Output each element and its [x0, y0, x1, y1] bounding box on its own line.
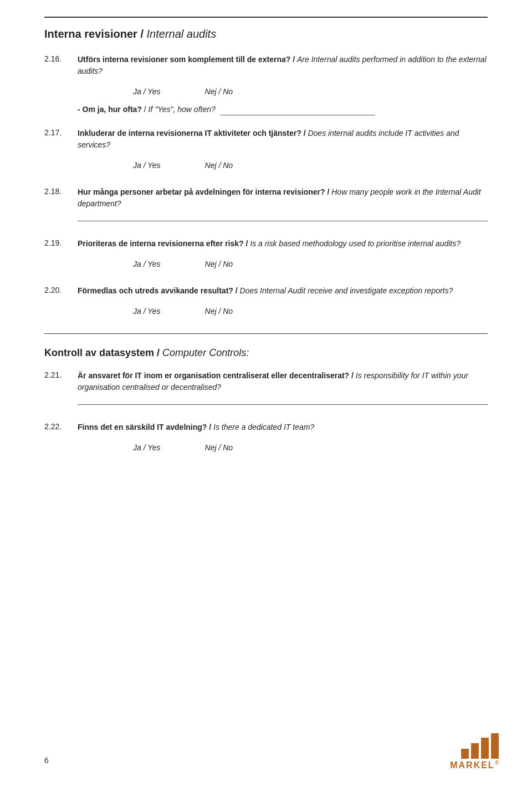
section-title-sep: / — [140, 28, 146, 40]
q218-bold: Hur många personer arbetar på avdelninge… — [78, 187, 325, 196]
section-title: Interna revisioner / Internal audits — [44, 28, 488, 40]
question-content-2-17: Inkluderar de interna revisionerna IT ak… — [78, 128, 488, 174]
no-label-2-22: Nej / No — [205, 443, 233, 452]
sub-q216-sep: / — [144, 105, 149, 114]
subsection-title-sep: / — [157, 347, 162, 358]
yes-no-row-2-22: Ja / Yes Nej / No — [78, 443, 488, 452]
q219-italic: Is a risk based methodology used to prio… — [250, 239, 461, 248]
markel-bars — [461, 733, 499, 759]
yes-no-row-2-20: Ja / Yes Nej / No — [78, 307, 488, 316]
section-title-italic: Internal audits — [147, 28, 217, 40]
no-label-2-17: Nej / No — [205, 161, 233, 170]
no-label-2-20: Nej / No — [205, 307, 233, 316]
answer-line-2-18 — [78, 221, 488, 221]
question-2-21: 2.21. Är ansvaret för IT inom er organis… — [44, 370, 488, 409]
q222-bold: Finns det en särskild IT avdelning? — [78, 423, 207, 431]
q222-sep: / — [209, 423, 213, 431]
q220-italic: Does Internal Audit receive and investig… — [240, 286, 453, 295]
question-content-2-18: Hur många personer arbetar på avdelninge… — [78, 186, 488, 226]
subsection-title-italic: Computer Controls: — [162, 347, 249, 358]
no-label-2-16: Nej / No — [205, 87, 233, 96]
yes-no-row-2-16: Ja / Yes Nej / No — [78, 87, 488, 96]
markel-text: MARKEL — [450, 760, 494, 770]
q219-bold: Prioriteras de interna revisionerna efte… — [78, 239, 244, 248]
yes-label-2-22: Ja / Yes — [133, 443, 161, 452]
yes-label-2-17: Ja / Yes — [133, 161, 161, 170]
question-content-2-16: Utförs interna revisioner som komplement… — [78, 54, 488, 115]
q216-sep: / — [293, 55, 297, 64]
page-number: 6 — [44, 756, 49, 765]
markel-wordmark: MARKEL® — [450, 760, 499, 770]
markel-logo: MARKEL® — [450, 733, 499, 770]
question-text-2-17: Inkluderar de interna revisionerna IT ak… — [78, 128, 488, 151]
question-content-2-19: Prioriteras de interna revisionerna efte… — [78, 238, 488, 273]
question-text-2-16: Utförs interna revisioner som komplement… — [78, 54, 488, 77]
question-content-2-22: Finns det en särskild IT avdelning? / Is… — [78, 422, 488, 456]
q220-sep: / — [236, 286, 240, 295]
question-number-2-20: 2.20. — [44, 285, 78, 320]
no-label-2-19: Nej / No — [205, 260, 233, 268]
q217-bold: Inkluderar de interna revisionerna IT ak… — [78, 129, 301, 138]
question-number-2-21: 2.21. — [44, 370, 78, 409]
question-2-19: 2.19. Prioriteras de interna revisionern… — [44, 238, 488, 273]
sub-question-2-16: - Om ja, hur ofta? / If "Yes", how often… — [78, 104, 488, 115]
yes-no-row-2-17: Ja / Yes Nej / No — [78, 161, 488, 170]
question-number-2-17: 2.17. — [44, 128, 78, 174]
question-text-2-19: Prioriteras de interna revisionerna efte… — [78, 238, 488, 250]
sub-q216-italic: If "Yes", how often? — [149, 105, 216, 114]
subsection-title: Kontroll av datasystem / Computer Contro… — [44, 347, 488, 359]
bar-2 — [471, 743, 479, 759]
question-content-2-20: Förmedlas och utreds avvikande resultat?… — [78, 285, 488, 320]
question-text-2-20: Förmedlas och utreds avvikande resultat?… — [78, 285, 488, 297]
question-text-2-18: Hur många personer arbetar på avdelninge… — [78, 186, 488, 210]
section-title-bold: Interna revisioner — [44, 28, 137, 40]
question-number-2-22: 2.22. — [44, 422, 78, 456]
q216-bold: Utförs interna revisioner som komplement… — [78, 55, 290, 64]
question-2-18: 2.18. Hur många personer arbetar på avde… — [44, 186, 488, 226]
question-2-22: 2.22. Finns det en särskild IT avdelning… — [44, 422, 488, 456]
q221-sep: / — [351, 371, 356, 380]
question-number-2-16: 2.16. — [44, 54, 78, 115]
bar-1 — [461, 749, 469, 759]
question-content-2-21: Är ansvaret för IT inom er organisation … — [78, 370, 488, 409]
answer-line-2-21 — [78, 404, 488, 405]
question-number-2-19: 2.19. — [44, 238, 78, 273]
bar-4 — [491, 733, 499, 759]
sub-q216-answer-line — [220, 115, 375, 115]
yes-no-row-2-19: Ja / Yes Nej / No — [78, 260, 488, 268]
q221-bold: Är ansvaret för IT inom er organisation … — [78, 371, 349, 380]
bar-3 — [481, 738, 489, 759]
yes-label-2-16: Ja / Yes — [133, 87, 161, 96]
yes-label-2-20: Ja / Yes — [133, 307, 161, 316]
question-2-20: 2.20. Förmedlas och utreds avvikande res… — [44, 285, 488, 320]
q222-italic: Is there a dedicated IT team? — [213, 423, 314, 431]
subsection-title-bold: Kontroll av datasystem — [44, 347, 154, 358]
question-2-17: 2.17. Inkluderar de interna revisionerna… — [44, 128, 488, 174]
yes-label-2-19: Ja / Yes — [133, 260, 161, 268]
markel-logo-graphic: MARKEL® — [450, 733, 499, 770]
question-text-2-22: Finns det en särskild IT avdelning? / Is… — [78, 422, 488, 433]
question-text-2-21: Är ansvaret för IT inom er organisation … — [78, 370, 488, 393]
section-divider — [44, 333, 488, 334]
question-number-2-18: 2.18. — [44, 186, 78, 226]
q220-bold: Förmedlas och utreds avvikande resultat? — [78, 286, 233, 295]
question-2-16: 2.16. Utförs interna revisioner som komp… — [44, 54, 488, 115]
top-divider — [44, 17, 488, 18]
markel-registered: ® — [495, 760, 499, 766]
sub-q216-bold: - Om ja, hur ofta? — [78, 105, 142, 114]
